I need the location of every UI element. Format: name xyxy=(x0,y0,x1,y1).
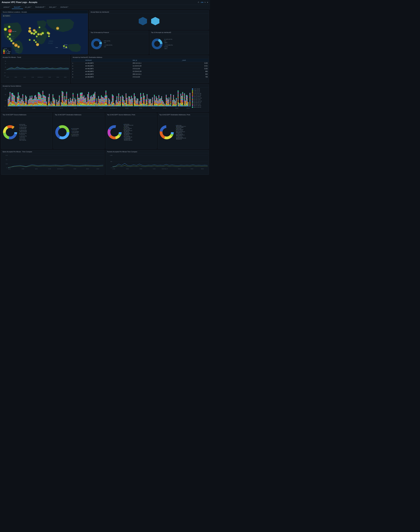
bar-segment xyxy=(104,106,105,106)
bar-segment xyxy=(51,104,52,104)
bar-segment xyxy=(42,102,43,102)
bar-segment xyxy=(190,104,190,104)
bar-segment xyxy=(156,101,157,102)
bar-segment xyxy=(46,103,47,103)
bar-segment xyxy=(25,99,26,100)
tab-src-port[interactable]: src_port * xyxy=(23,5,33,9)
filter-icon[interactable]: ▼ xyxy=(207,1,208,3)
bar-segment xyxy=(120,102,121,103)
bar-segment xyxy=(187,100,188,100)
table-scroll[interactable]: interfaceid dest_ip _count 1 eni-4b11887… xyxy=(71,59,209,82)
bar-segment xyxy=(179,106,180,106)
bar-segment xyxy=(149,103,150,103)
cell-dest-ip: 209.114.111.1 xyxy=(132,62,181,64)
bar-segment xyxy=(158,103,158,103)
bar-segment xyxy=(65,100,66,100)
bar-segment xyxy=(123,105,124,105)
bar-segment xyxy=(159,100,159,101)
bar-segment xyxy=(172,102,173,102)
bar-segment xyxy=(175,102,176,102)
bar-segment xyxy=(101,97,102,97)
tab-destination-ip[interactable]: DestinationIP * xyxy=(33,5,47,9)
bar-segment xyxy=(137,100,138,100)
bar-segment xyxy=(149,101,149,102)
bar-segment xyxy=(190,93,190,95)
svg-text:9: 9 xyxy=(49,36,49,37)
time-range[interactable]: -24h xyxy=(200,1,203,3)
bar-segment xyxy=(110,104,111,104)
bar-segment xyxy=(145,104,146,105)
bar-segment xyxy=(48,102,49,103)
bar-segment xyxy=(88,98,89,99)
bar-segment xyxy=(97,104,98,105)
bar-segment xyxy=(180,103,180,104)
bar-segment xyxy=(128,104,129,105)
top10-src-ports-title: Top 10 ACCEPT Source Addresses, Ports xyxy=(106,113,157,116)
bar-segment xyxy=(38,92,39,94)
bar-segment xyxy=(22,102,23,103)
src-dot-6: ● xyxy=(19,138,20,140)
bar-segment xyxy=(159,105,160,105)
bar-segment xyxy=(137,103,137,104)
tab-protocol[interactable]: protocol * xyxy=(2,5,12,9)
bar-segment xyxy=(190,95,190,96)
table-header-row: interfaceid dest_ip _count xyxy=(71,59,209,62)
packets-chart-svg: 1,000 500 0 12:00 15:00 18:00 21:00 xyxy=(107,154,208,170)
bar-segment xyxy=(151,104,152,105)
bar-segment xyxy=(72,106,73,106)
tab-dest-port[interactable]: dest_port * xyxy=(47,5,59,9)
bar-segment xyxy=(94,95,94,96)
svg-text:11:54: 11:54 xyxy=(7,108,11,109)
row-number: 1 xyxy=(71,62,84,64)
bar-segment xyxy=(181,96,182,96)
bar-segment xyxy=(159,101,160,102)
bar-segment xyxy=(143,105,144,106)
bar-segment xyxy=(25,106,26,106)
bar-segment xyxy=(8,105,9,106)
bar-segment xyxy=(77,103,78,104)
svg-text:176: 176 xyxy=(38,34,39,35)
bar-segment xyxy=(38,104,39,105)
bar-segment xyxy=(144,97,145,98)
bar-segment xyxy=(86,104,87,104)
bar-segment xyxy=(91,95,92,96)
bar-segment xyxy=(119,103,120,103)
bar-segment xyxy=(45,103,46,104)
cell-count: 799 xyxy=(180,76,209,78)
row1: Source Address Locations - Accepts xyxy=(1,10,209,54)
bar-segment xyxy=(45,106,46,106)
bar-segment xyxy=(12,104,13,104)
bar-segment xyxy=(185,100,186,101)
bar-segment xyxy=(15,102,16,103)
tab-sourceip[interactable]: SourceIP * xyxy=(12,5,23,9)
legend-row-3: >= 2638 xyxy=(3,53,11,54)
bar-segment xyxy=(143,97,144,97)
bar-segment xyxy=(155,103,156,103)
bar-segment xyxy=(139,101,140,102)
bar-segment xyxy=(71,102,72,103)
bar-segment xyxy=(134,106,135,106)
bar-segment xyxy=(16,104,17,104)
bar-segment xyxy=(149,102,150,103)
bar-segment xyxy=(113,98,114,99)
bar-segment xyxy=(75,103,76,103)
bar-segment xyxy=(149,104,149,104)
bar-segment xyxy=(28,101,29,102)
bar-segment xyxy=(77,101,78,102)
bar-segment xyxy=(97,104,98,104)
bar-segment xyxy=(146,105,147,106)
svg-text:Ocean: Ocean xyxy=(48,42,53,44)
bar-segment xyxy=(119,105,120,105)
bar-segment xyxy=(75,98,75,99)
refresh-icon[interactable]: ↻ xyxy=(205,1,206,3)
bar-segment xyxy=(106,103,107,104)
bar-segment xyxy=(147,102,148,103)
bar-segment xyxy=(25,105,26,106)
bar-segment xyxy=(69,103,70,103)
bar-segment xyxy=(91,102,92,103)
bar-segment xyxy=(137,104,137,105)
bar-segment xyxy=(69,102,70,102)
bar-segment xyxy=(44,106,44,106)
tab-interfaceid[interactable]: interfaceid * xyxy=(59,5,70,9)
bar-segment xyxy=(89,100,90,101)
